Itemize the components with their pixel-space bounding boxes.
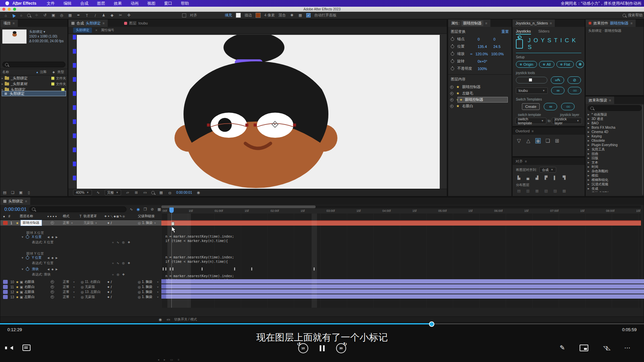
- align-left-icon[interactable]: ▙: [517, 175, 521, 180]
- align-bottom-icon[interactable]: ▜: [562, 175, 567, 180]
- label-column-icon[interactable]: ◆: [51, 70, 56, 74]
- expression-row-y[interactable]: 表达式: Y 位置 = ∿ ◎ ❖: [0, 260, 161, 266]
- label-chip[interactable]: [3, 295, 8, 299]
- magnify-icon[interactable]: [151, 191, 155, 194]
- visibility-eye-icon[interactable]: [450, 92, 453, 95]
- layer-row[interactable]: 12 ★ ▣ 左眼珠 正常 ▼ ◎ 13. 左眼白 ✦ / ◎ 1. 脑袋 ▼: [0, 289, 161, 294]
- effect-category-row[interactable]: ▶ Keying: [586, 134, 644, 138]
- visibility-eye-icon[interactable]: [450, 85, 453, 89]
- tab-effects-presets[interactable]: 效果和预设≡: [586, 97, 614, 104]
- disclosure-icon[interactable]: ▶: [588, 174, 589, 177]
- content-section-label[interactable]: 图层内容: [448, 74, 512, 84]
- effect-category-label[interactable]: * 动画预设: [591, 112, 607, 117]
- effect-category-label[interactable]: Plugin Everything: [591, 143, 618, 147]
- bottom-strip-icons[interactable]: ◂▸▭≡: [158, 358, 179, 361]
- project-col-comment[interactable]: 注释: [40, 70, 50, 74]
- trkmat-dropdown[interactable]: 无蒙版: [85, 284, 95, 290]
- property-row-slider[interactable]: ▼ 滑块 ◀ ◆ ▶: [0, 266, 161, 272]
- property-row-x[interactable]: ▼ X 位置 ◀ ◆ ▶: [0, 234, 161, 240]
- layer-duration-bar[interactable]: [161, 279, 644, 284]
- parent-dropdown[interactable]: 1. 脑袋: [142, 289, 152, 295]
- menu-view[interactable]: 视图: [143, 1, 160, 6]
- player-back-icon[interactable]: ←: [14, 1, 20, 7]
- playhead-handle[interactable]: [169, 207, 174, 213]
- layer-name-edit-field[interactable]: 眼睛控制器: [20, 220, 42, 226]
- expression-switch-icons[interactable]: = ∿ ◎ ❖: [112, 240, 131, 245]
- content-item-name[interactable]: 左睫毛: [462, 91, 473, 96]
- auto-open-checkbox[interactable]: ✓: [306, 13, 311, 17]
- trkmat-dropdown[interactable]: 13. 左眼白: [85, 289, 101, 295]
- sort-arrow-icon[interactable]: ▲: [36, 71, 39, 74]
- disclosure-icon[interactable]: ▶: [588, 166, 589, 168]
- scrollbar[interactable]: [642, 105, 643, 195]
- apple-logo-icon[interactable]: [5, 1, 9, 5]
- comp-info-name[interactable]: 头部绑定 ▾: [29, 29, 64, 34]
- layer-name[interactable]: 右眼珠: [24, 279, 35, 285]
- layer-duration-bar-red[interactable]: [161, 220, 641, 226]
- layer-row[interactable]: 10 ★ ▣ 右眼珠 正常 ▼ ◎ 11. 右眼白 ✦ / ◎ 1. 脑袋 ▼: [0, 279, 161, 284]
- effect-category-row[interactable]: ▶ 3D 通道: [586, 117, 644, 121]
- time-navigator-track[interactable]: [161, 205, 641, 208]
- menu-layer[interactable]: 图层: [93, 1, 109, 6]
- effect-category-row[interactable]: ▶ 杂色和颗粒: [586, 169, 644, 173]
- tab-project[interactable]: 项目≡: [0, 19, 18, 27]
- anchor-x-value[interactable]: 0: [478, 37, 490, 41]
- toggle-switches-modes-label[interactable]: 切换开关 / 模式: [174, 317, 197, 322]
- keyframe-navigator[interactable]: ◀ ◆ ▶: [47, 234, 58, 240]
- content-row[interactable]: ★ 眼睛控制器: [450, 84, 509, 90]
- parent-dropdown[interactable]: 1. 脑袋: [142, 294, 152, 300]
- disclosure-icon[interactable]: ▶: [588, 183, 589, 186]
- col-t[interactable]: T: [79, 214, 82, 219]
- tab-effect-controls[interactable]: 效果控件 眼睛控制器 ≡: [586, 19, 636, 27]
- menu-file[interactable]: 文件: [42, 1, 59, 6]
- stamp-tool-icon[interactable]: ♟: [101, 13, 106, 18]
- stopwatch-icon[interactable]: [451, 60, 454, 63]
- layer-duration-bar[interactable]: [161, 289, 644, 294]
- menu-help[interactable]: 帮助: [176, 1, 193, 6]
- copy-doc-icon[interactable]: ❏: [545, 138, 550, 143]
- visibility-eye-icon[interactable]: [450, 98, 453, 102]
- camera-view-icon[interactable]: ◘: [167, 190, 172, 195]
- close-subtab-icon[interactable]: ×: [95, 28, 97, 32]
- keyframe[interactable]: [165, 267, 166, 270]
- disclosure-icon[interactable]: ▸: [2, 77, 3, 80]
- add-doc-icon[interactable]: ⊞: [555, 138, 559, 143]
- content-item-name[interactable]: 右眼白: [462, 104, 473, 109]
- shrink-icon[interactable]: ◹◺: [603, 345, 609, 351]
- effect-category-label[interactable]: 模糊和锐化: [591, 178, 608, 182]
- effect-category-label[interactable]: Keying: [591, 134, 602, 138]
- zoom-level-dropdown[interactable]: 400%▼: [73, 190, 92, 195]
- region-of-interest-icon[interactable]: ▭: [143, 190, 147, 195]
- layer-name[interactable]: 右眼白: [24, 284, 35, 290]
- project-search-input[interactable]: [2, 62, 65, 67]
- keyframe-navigator[interactable]: ◀ ◆ ▶: [47, 266, 58, 272]
- player-progress-knob[interactable]: [429, 321, 434, 327]
- effect-category-label[interactable]: 3D 通道: [591, 117, 603, 121]
- effect-category-row[interactable]: ▶ Obsolete: [586, 138, 644, 143]
- keyframe[interactable]: [251, 267, 252, 270]
- tab-joysticks[interactable]: Joysticks: [516, 29, 531, 35]
- skip-forward-30-button[interactable]: ↻30: [336, 343, 346, 353]
- project-col-name[interactable]: 名称: [2, 70, 35, 74]
- content-row[interactable]: ★ 左睫毛: [450, 90, 509, 97]
- rotation-value[interactable]: 0x+0°: [478, 59, 487, 63]
- timeline-search-input[interactable]: [29, 206, 126, 212]
- effect-category-row[interactable]: ▶ Cinema 4D: [586, 130, 644, 134]
- tab-composition-viewer[interactable]: 合成 头部绑定 ≡: [68, 19, 108, 27]
- label-chip[interactable]: [3, 221, 8, 225]
- effect-category-row[interactable]: ▶ 实用工具: [586, 147, 644, 152]
- trkmat-dropdown[interactable]: 无蒙版▼: [84, 220, 97, 226]
- effect-category-label[interactable]: BAO: [591, 121, 598, 125]
- viewer-timecode[interactable]: 0:00:00:01: [176, 191, 192, 194]
- effect-category-row[interactable]: ▶ 扭曲: [586, 152, 644, 156]
- draft-3d-icon[interactable]: ◉: [136, 207, 141, 212]
- flat-button[interactable]: ⊕Flat: [556, 61, 574, 68]
- skip-back-10-button[interactable]: ↺10: [298, 343, 308, 353]
- panel-menu-icon[interactable]: ≡: [103, 21, 105, 25]
- bind-pen-button[interactable]: ∞✎: [551, 76, 564, 84]
- disclosure-icon[interactable]: ▶: [588, 126, 589, 129]
- mask-visibility-icon[interactable]: ▱: [125, 190, 130, 195]
- effect-category-label[interactable]: 模拟: [591, 173, 598, 178]
- align-hcenter-icon[interactable]: ▄: [526, 175, 530, 180]
- pause-button[interactable]: [320, 345, 325, 351]
